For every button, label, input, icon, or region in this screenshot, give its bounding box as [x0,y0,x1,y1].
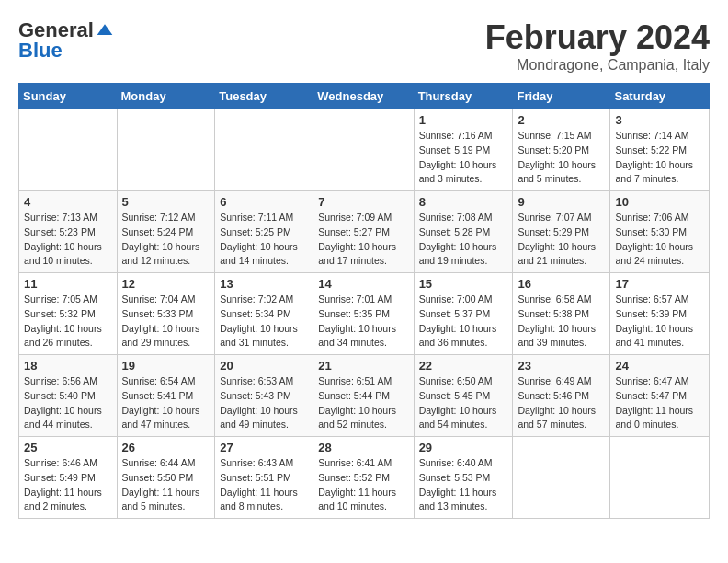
page-header: General Blue February 2024 Mondragone, C… [18,18,710,74]
day-number: 24 [615,359,704,373]
day-info-line: Sunset: 5:35 PM [318,307,408,322]
calendar-cell: 1Sunrise: 7:16 AMSunset: 5:19 PMDaylight… [414,109,513,191]
day-number: 14 [318,277,408,291]
day-info-line: Sunset: 5:34 PM [220,307,308,322]
day-info-line: and 7 minutes. [615,172,704,187]
day-info-line: Daylight: 10 hours [419,322,508,337]
day-info-line: and 54 minutes. [419,418,508,432]
day-info-line: Sunset: 5:39 PM [615,307,704,322]
day-info-line: Sunrise: 7:06 AM [615,211,704,225]
day-number: 19 [122,359,210,373]
day-info-line: Daylight: 10 hours [518,404,605,419]
weekday-header-wednesday: Wednesday [313,84,414,109]
calendar-cell: 23Sunrise: 6:49 AMSunset: 5:46 PMDayligh… [513,355,610,437]
calendar-cell: 24Sunrise: 6:47 AMSunset: 5:47 PMDayligh… [610,355,710,437]
day-info-line: and 13 minutes. [419,500,508,514]
calendar-cell: 10Sunrise: 7:06 AMSunset: 5:30 PMDayligh… [610,191,710,273]
calendar-cell: 12Sunrise: 7:04 AMSunset: 5:33 PMDayligh… [117,273,215,355]
day-info-line: Sunrise: 6:47 AM [615,374,704,389]
day-number: 21 [318,359,408,373]
day-info-line: Sunrise: 7:05 AM [24,293,112,307]
day-info-line: and 36 minutes. [419,336,508,350]
calendar-cell: 22Sunrise: 6:50 AMSunset: 5:45 PMDayligh… [414,355,513,437]
calendar-cell: 18Sunrise: 6:56 AMSunset: 5:40 PMDayligh… [19,355,118,437]
day-info-line: Sunrise: 6:51 AM [318,374,408,389]
calendar-cell: 17Sunrise: 6:57 AMSunset: 5:39 PMDayligh… [610,273,710,355]
location-title: Mondragone, Campania, Italy [485,57,710,74]
day-info-line: Daylight: 11 hours [220,486,308,500]
day-info-line: Daylight: 10 hours [318,322,408,337]
day-info-line: Sunset: 5:30 PM [615,225,704,240]
day-info-line: Daylight: 10 hours [220,240,308,255]
day-info-line: Daylight: 11 hours [122,486,210,500]
day-info-line: and 19 minutes. [419,254,508,269]
day-info-line: Sunset: 5:53 PM [419,471,508,486]
weekday-header-sunday: Sunday [19,84,118,109]
day-number: 3 [615,113,704,127]
calendar-cell: 11Sunrise: 7:05 AMSunset: 5:32 PMDayligh… [19,273,118,355]
calendar-cell [610,437,710,519]
day-info-line: Sunrise: 7:16 AM [419,129,508,144]
calendar-week-3: 11Sunrise: 7:05 AMSunset: 5:32 PMDayligh… [19,273,710,355]
day-number: 12 [122,277,210,291]
day-info-line: Sunrise: 6:54 AM [122,374,210,389]
day-info-line: Sunrise: 6:50 AM [419,374,508,389]
day-info-line: Sunrise: 6:58 AM [518,293,605,307]
day-number: 22 [419,359,508,373]
day-info-line: Daylight: 10 hours [24,404,112,419]
day-info-line: Sunset: 5:45 PM [419,389,508,404]
day-info-line: Daylight: 10 hours [24,322,112,337]
day-info-line: Daylight: 10 hours [518,322,605,337]
day-info-line: Sunset: 5:44 PM [318,389,408,404]
day-info-line: Daylight: 10 hours [220,322,308,337]
day-info-line: Sunset: 5:50 PM [122,471,210,486]
day-info-line: Daylight: 10 hours [419,158,508,173]
calendar-cell: 15Sunrise: 7:00 AMSunset: 5:37 PMDayligh… [414,273,513,355]
calendar-cell [313,109,414,191]
day-info-line: and 3 minutes. [419,172,508,187]
day-info-line: Daylight: 10 hours [220,404,308,419]
day-info-line: Sunrise: 6:49 AM [518,374,605,389]
day-info-line: Sunset: 5:27 PM [318,225,408,240]
day-info-line: Sunset: 5:46 PM [518,389,605,404]
day-info-line: Sunset: 5:29 PM [518,225,605,240]
calendar-cell: 3Sunrise: 7:14 AMSunset: 5:22 PMDaylight… [610,109,710,191]
calendar-cell: 8Sunrise: 7:08 AMSunset: 5:28 PMDaylight… [414,191,513,273]
weekday-header-friday: Friday [513,84,610,109]
calendar-cell [215,109,313,191]
day-info-line: and 24 minutes. [615,254,704,269]
day-info-line: Daylight: 10 hours [318,404,408,419]
day-info-line: Sunset: 5:20 PM [518,144,605,158]
day-number: 17 [615,277,704,291]
day-info-line: Sunrise: 6:53 AM [220,374,308,389]
day-info-line: and 10 minutes. [318,500,408,514]
day-number: 25 [24,441,112,454]
day-info-line: Daylight: 10 hours [615,322,704,337]
day-info-line: and 2 minutes. [24,500,112,514]
day-info-line: Daylight: 10 hours [122,322,210,337]
day-info-line: Daylight: 11 hours [24,486,112,500]
weekday-header-thursday: Thursday [414,84,513,109]
day-info-line: and 26 minutes. [24,336,112,350]
day-info-line: Daylight: 10 hours [419,404,508,419]
weekday-header-tuesday: Tuesday [215,84,313,109]
calendar-week-1: 1Sunrise: 7:16 AMSunset: 5:19 PMDaylight… [19,109,710,191]
day-number: 8 [419,195,508,209]
logo-icon [96,21,114,40]
day-number: 28 [318,441,408,454]
day-info-line: Sunrise: 7:02 AM [220,293,308,307]
calendar-cell: 16Sunrise: 6:58 AMSunset: 5:38 PMDayligh… [513,273,610,355]
day-info-line: Daylight: 11 hours [419,486,508,500]
day-info-line: Sunrise: 6:41 AM [318,456,408,471]
day-info-line: and 47 minutes. [122,418,210,432]
day-info-line: and 31 minutes. [220,336,308,350]
day-info-line: Sunset: 5:19 PM [419,144,508,158]
weekday-header-row: SundayMondayTuesdayWednesdayThursdayFrid… [19,84,710,109]
calendar-cell [513,437,610,519]
day-info-line: Sunrise: 6:46 AM [24,456,112,471]
day-info-line: Daylight: 10 hours [518,240,605,255]
day-info-line: and 5 minutes. [122,500,210,514]
day-info-line: Sunset: 5:52 PM [318,471,408,486]
day-number: 9 [518,195,605,209]
day-info-line: and 39 minutes. [518,336,605,350]
